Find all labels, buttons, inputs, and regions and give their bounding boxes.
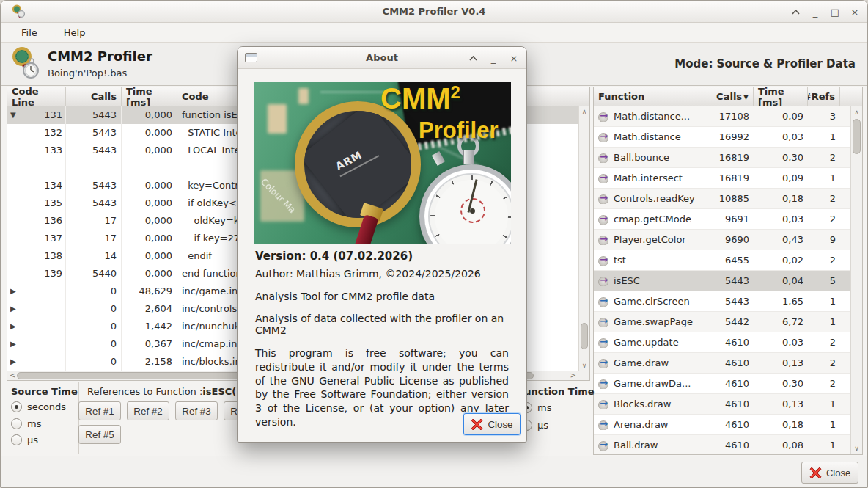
column-header-function[interactable]: Function (594, 87, 698, 106)
ref-button-5[interactable]: Ref #5 (78, 425, 121, 444)
scroll-down-icon[interactable]: ∨ (579, 362, 589, 369)
cell-calls: 16819 (698, 152, 754, 163)
referenced-function-name: isESC() (202, 386, 240, 397)
scroll-left-icon[interactable]: < (10, 371, 15, 380)
cell-calls: 0 (66, 353, 122, 371)
cell-code-line: 133 (7, 142, 66, 159)
expander-icon[interactable]: ▶ (9, 283, 21, 300)
ref-button-1[interactable]: Ref #1 (78, 401, 121, 420)
function-table-row[interactable]: Game.draw46100,132 (594, 353, 850, 374)
function-name-text: Game.draw (614, 357, 669, 368)
function-table-row[interactable]: Controls.readKey108850,182 (594, 189, 850, 209)
function-icon (598, 173, 610, 183)
cell-calls: 5443 (66, 194, 122, 212)
function-table-row[interactable]: Game.swapPage54426,721 (594, 312, 850, 332)
menu-file[interactable]: File (17, 26, 42, 40)
dialog-minimize-icon[interactable]: _ (488, 53, 499, 63)
dialog-close-button[interactable]: Close (463, 413, 521, 435)
menu-help[interactable]: Help (59, 26, 90, 40)
cell-time: 0,000 (122, 177, 177, 194)
radio-icon[interactable] (11, 401, 22, 412)
scroll-right-icon[interactable]: > (570, 371, 576, 380)
ref-button-2[interactable]: Ref #2 (127, 401, 169, 420)
function-icon (598, 194, 610, 204)
dialog-close-icon[interactable]: × (509, 53, 519, 63)
function-table-row[interactable]: Ball.bounce168190,302 (594, 148, 850, 168)
function-table-row[interactable]: cmap.getCMode96910,032 (594, 209, 850, 230)
minimize-icon[interactable]: _ (810, 7, 820, 17)
dialog-title-bar[interactable]: About _ × (238, 47, 526, 69)
title-bar[interactable]: CMM2 Profiler V0.4 _ □ × (1, 1, 867, 23)
function-table-row[interactable]: Game.clrScreen54431,651 (594, 291, 850, 312)
maximize-icon[interactable]: □ (830, 7, 840, 17)
scroll-up-icon[interactable]: ∧ (851, 109, 862, 116)
column-header-time[interactable]: Time [ms] (754, 87, 808, 106)
cell-time: 0,000 (122, 212, 177, 230)
function-table-row[interactable]: Game.drawDa...46100,302 (594, 374, 850, 394)
pcb-decor (298, 88, 309, 104)
expander-icon[interactable]: ▶ (9, 300, 21, 318)
function-vertical-scrollbar[interactable]: ∧ ∨ (850, 106, 862, 454)
cell-calls: 0 (66, 300, 122, 318)
cell-time: 0,13 (754, 398, 808, 409)
close-window-icon[interactable]: × (850, 7, 860, 17)
cell-calls: 6455 (698, 255, 754, 266)
function-name-text: Math.intersect (614, 172, 683, 183)
scroll-up-icon[interactable]: ∧ (579, 108, 589, 115)
function-table-row[interactable]: Math.distance...171080,093 (594, 106, 850, 127)
expander-icon[interactable]: ▼ (9, 106, 21, 124)
function-table-row[interactable]: isESC54430,045 (594, 271, 850, 291)
column-header-calls[interactable]: Calls (66, 87, 122, 106)
function-table-row[interactable]: Player.getColor96900,439 (594, 230, 850, 250)
source-vertical-scrollbar[interactable]: ∧ ∨ (578, 106, 589, 371)
author-text: Author: Matthias Grimm, ©2024/2025/2026 (255, 268, 509, 280)
column-header-calls-sorted[interactable]: Calls▼ (698, 87, 754, 106)
function-table-row[interactable]: tst64550,022 (594, 250, 850, 271)
source-time-radio-seconds[interactable]: seconds (11, 401, 66, 412)
source-time-radio-ms[interactable]: ms (11, 418, 41, 429)
cell-refs: 2 (808, 214, 840, 225)
main-window: CMM2 Profiler V0.4 _ □ × File Help CMM2 … (0, 0, 868, 488)
scrollbar-thumb[interactable] (581, 323, 588, 349)
scroll-down-icon[interactable]: ∨ (851, 445, 862, 452)
function-table-row[interactable]: Math.intersect168190,091 (594, 168, 850, 189)
column-header-code-line[interactable]: Code Line (7, 87, 66, 106)
cell-calls: 4610 (698, 337, 754, 348)
cell-calls: 10885 (698, 193, 754, 204)
cell-calls: 4610 (698, 357, 754, 368)
close-button[interactable]: Close (801, 462, 858, 484)
cell-calls: 9691 (698, 214, 754, 225)
function-table-row[interactable]: Game.update46100,032 (594, 332, 850, 353)
about-dialog: About _ × Colour Ma (237, 46, 527, 443)
code-line-number: 132 (21, 124, 64, 142)
expander-icon[interactable]: ▶ (9, 318, 21, 335)
radio-label: ms (537, 402, 551, 413)
code-line-number: 139 (21, 265, 64, 283)
radio-icon[interactable] (11, 418, 22, 429)
rollup-icon[interactable] (790, 7, 801, 17)
stopwatch-button (432, 151, 445, 166)
stopwatch-pivot (470, 208, 475, 214)
cell-refs: 2 (808, 152, 840, 163)
source-time-radio-s[interactable]: µs (11, 434, 38, 445)
function-table-row[interactable]: Blocks.draw46100,131 (594, 394, 850, 415)
function-table-row[interactable]: Ball.draw46100,081 (594, 435, 850, 454)
function-table-row[interactable]: Math.distance169920,031 (594, 127, 850, 148)
column-header-refs[interactable]: #Refs (808, 87, 840, 106)
cell-function-name: Controls.readKey (594, 193, 698, 204)
cell-function-name: Game.update (594, 337, 698, 348)
cell-code-line: 135 (7, 194, 66, 212)
column-header-time[interactable]: Time [ms] (122, 87, 177, 106)
ref-button-3[interactable]: Ref #3 (175, 401, 218, 420)
cell-time (122, 159, 177, 177)
function-table-row[interactable]: Arena.draw46100,181 (594, 415, 850, 435)
mode-label: Mode: Source & Profiler Data (674, 57, 856, 70)
cell-code-line (7, 159, 66, 177)
radio-icon[interactable] (11, 434, 22, 445)
cell-time: 0,30 (754, 378, 808, 389)
dialog-rollup-icon[interactable] (468, 53, 478, 63)
sub-icon (598, 440, 610, 451)
expander-icon[interactable]: ▶ (9, 353, 21, 371)
expander-icon[interactable]: ▶ (9, 335, 21, 353)
scrollbar-thumb[interactable] (853, 119, 861, 154)
